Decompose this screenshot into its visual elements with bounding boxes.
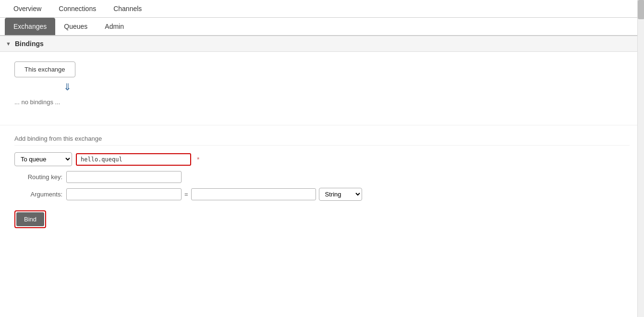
- arrow-down-icon: ⇓: [34, 81, 101, 93]
- routing-key-input[interactable]: [66, 171, 182, 183]
- scrollbar-thumb[interactable]: [638, 0, 644, 19]
- add-binding-section: Add binding from this exchange To queue …: [0, 125, 644, 238]
- nav-item-connections[interactable]: Connections: [50, 0, 105, 17]
- no-bindings-text: ... no bindings ...: [14, 98, 630, 106]
- argument-key-input[interactable]: [66, 188, 182, 200]
- nav-item-overview[interactable]: Overview: [5, 0, 50, 17]
- second-nav: Exchanges Queues Admin: [0, 18, 644, 36]
- bindings-content: This exchange ⇓ ... no bindings ...: [0, 52, 644, 125]
- top-nav: Overview Connections Channels: [0, 0, 644, 18]
- argument-value-input[interactable]: [191, 188, 316, 200]
- required-star: *: [197, 156, 199, 163]
- bind-button-wrapper: Bind: [14, 210, 46, 228]
- queue-name-input[interactable]: [76, 153, 191, 166]
- exchange-box: This exchange: [14, 61, 75, 77]
- nav-item-exchanges[interactable]: Exchanges: [5, 18, 55, 35]
- bindings-section-header[interactable]: ▼ Bindings: [0, 36, 644, 52]
- equals-sign: =: [184, 191, 188, 198]
- to-queue-select[interactable]: To queue: [14, 152, 72, 166]
- nav-item-admin[interactable]: Admin: [96, 18, 133, 35]
- nav-item-queues[interactable]: Queues: [55, 18, 96, 35]
- nav-item-channels[interactable]: Channels: [105, 0, 150, 17]
- add-binding-title: Add binding from this exchange: [14, 135, 630, 146]
- collapse-triangle-icon: ▼: [6, 41, 11, 47]
- argument-type-select[interactable]: String Number Boolean List: [319, 188, 362, 201]
- bindings-section-title: Bindings: [15, 40, 44, 48]
- bind-button[interactable]: Bind: [16, 212, 44, 226]
- routing-key-label: Routing key:: [14, 173, 62, 181]
- arguments-row: Arguments: = String Number Boolean List: [14, 188, 630, 201]
- arguments-label: Arguments:: [14, 191, 62, 198]
- arguments-inputs: = String Number Boolean List: [66, 188, 362, 201]
- to-queue-row: To queue *: [14, 152, 630, 166]
- scrollbar[interactable]: [637, 0, 644, 238]
- routing-key-row: Routing key:: [14, 171, 630, 183]
